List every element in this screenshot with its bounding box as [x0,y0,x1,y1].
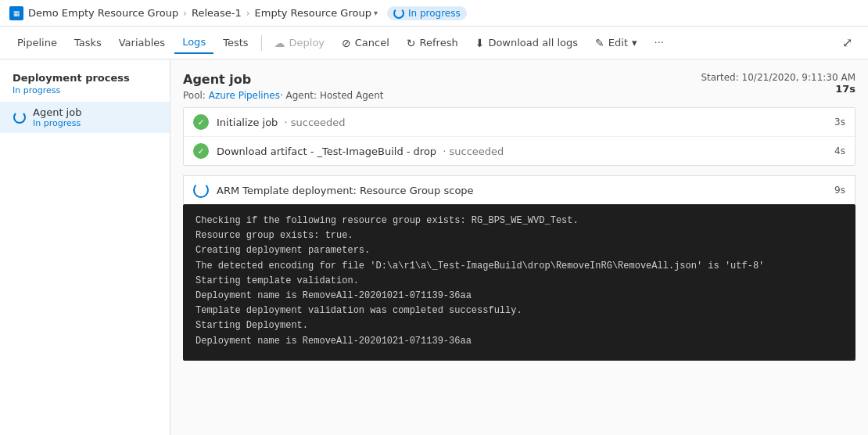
agent-job-item-labels: Agent job In progress [33,106,81,128]
breadcrumb-stage[interactable]: Empty Resource Group ▾ [255,7,378,19]
refresh-label: Refresh [420,37,458,49]
edit-icon: ✎ [595,37,604,49]
logs-label: Logs [182,36,206,48]
refresh-button[interactable]: ↻ Refresh [399,32,466,54]
breadcrumb-release[interactable]: Release-1 [192,7,242,19]
expand-icon: ⤢ [842,36,852,49]
breadcrumb-org[interactable]: Demo Empty Resource Group [28,7,178,19]
agent-job-title: Agent job [183,72,384,87]
tests-tab[interactable]: Tests [215,32,256,53]
pool-label: Pool: [183,90,209,101]
download-label: Download all logs [488,37,578,49]
agent-job-item-status: In progress [33,118,81,128]
tasks-tab[interactable]: Tasks [66,32,109,53]
download-icon: ⬇ [475,37,485,49]
arm-task-progress-icon [193,182,209,198]
table-row[interactable]: ✓ Initialize job · succeeded 3s [184,108,855,137]
tests-label: Tests [223,37,248,49]
edit-label: Edit [608,37,628,49]
agent-job-header: Agent job Pool: Azure Pipelines· Agent: … [183,72,855,101]
org-icon: ▦ [9,6,23,20]
agent-job-label: Agent job [33,106,81,118]
sidebar: Deployment process In progress Agent job… [0,59,170,435]
variables-label: Variables [119,37,165,49]
content-area: Agent job Pool: Azure Pipelines· Agent: … [170,59,868,435]
cancel-label: Cancel [355,37,389,49]
agent-job-time: Started: 10/21/2020, 9:11:30 AM 17s [701,72,855,95]
tasks-container: ✓ Initialize job · succeeded 3s ✓ Downlo… [183,107,855,166]
deploy-label: Deploy [289,37,325,49]
toolbar-separator [261,35,262,51]
sidebar-section-title: Deployment process [0,69,170,85]
task-duration-1: 4s [834,146,845,156]
pool-link[interactable]: Azure Pipelines [209,90,280,101]
agent-job-pool: Pool: Azure Pipelines· Agent: Hosted Age… [183,90,384,101]
pipeline-tab[interactable]: Pipeline [9,32,65,53]
task-success-icon-1: ✓ [193,143,209,159]
agent-job-info: Agent job Pool: Azure Pipelines· Agent: … [183,72,384,101]
breadcrumb-sep-2: › [246,8,250,19]
tasks-label: Tasks [74,37,102,49]
task-duration-0: 3s [834,117,845,128]
refresh-icon: ↻ [407,37,416,49]
chevron-down-icon: ▾ [374,9,378,17]
status-badge: In progress [387,6,467,20]
console-output: Checking if the following resource group… [183,204,855,361]
edit-chevron-icon: ▾ [632,37,637,49]
download-button[interactable]: ⬇ Download all logs [468,32,586,54]
agent-job-progress-icon [13,110,27,124]
cancel-icon: ⊘ [342,37,351,49]
breadcrumb-sep-1: › [183,8,187,19]
started-label: Started: 10/21/2020, 9:11:30 AM [701,72,855,83]
breadcrumb-bar: ▦ Demo Empty Resource Group › Release-1 … [0,0,868,27]
arm-task-row[interactable]: ARM Template deployment: Resource Group … [183,175,855,204]
table-row[interactable]: ✓ Download artifact - _Test-ImageBuild -… [184,137,855,165]
cancel-button[interactable]: ⊘ Cancel [334,32,397,54]
deploy-button[interactable]: ☁ Deploy [267,32,333,54]
pipeline-label: Pipeline [17,37,57,49]
main-layout: Deployment process In progress Agent job… [0,59,868,435]
arm-task-duration: 9s [834,185,845,196]
more-label: ··· [655,37,664,49]
logs-tab[interactable]: Logs [174,31,213,54]
progress-spinner-icon [393,8,404,19]
expand-button[interactable]: ⤢ [836,31,859,55]
duration-label: 17s [701,83,855,95]
more-button[interactable]: ··· [647,32,672,53]
breadcrumb-stage-label: Empty Resource Group [255,7,371,19]
variables-tab[interactable]: Variables [111,32,173,53]
cloud-icon: ☁ [274,37,285,49]
task-name-1: Download artifact - _Test-ImageBuild - d… [217,146,827,157]
task-success-icon: ✓ [193,114,209,130]
agent-label: · Agent: Hosted Agent [280,90,384,101]
edit-button[interactable]: ✎ Edit ▾ [587,32,644,54]
arm-task-name: ARM Template deployment: Resource Group … [217,185,827,196]
toolbar: Pipeline Tasks Variables Logs Tests ☁ De… [0,27,868,59]
task-name-0: Initialize job · succeeded [217,117,827,128]
status-text: In progress [408,8,461,19]
sidebar-item-agent-job[interactable]: Agent job In progress [0,102,170,133]
sidebar-section-status: In progress [0,85,170,102]
